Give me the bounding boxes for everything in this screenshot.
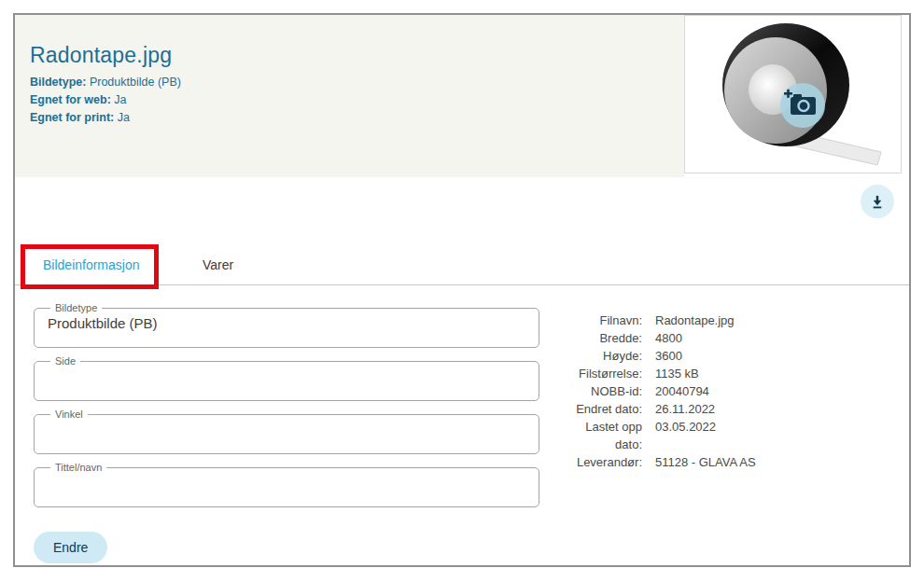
tab-bildeinformasjon[interactable]: Bildeinformasjon [43,257,140,272]
tittel-navn-field[interactable]: Tittel/navn [34,462,539,507]
tittel-navn-field-value [44,473,529,493]
tab-bar: Bildeinformasjon Varer [15,242,909,285]
meta-value: Produktbilde (PB) [90,76,181,89]
meta-label: Egnet for web: [30,93,111,106]
vinkel-field-value [44,420,529,440]
image-info-form: Bildetype Produktbilde (PB) Side Vinkel … [34,302,539,515]
side-field-value [44,367,529,387]
vinkel-field[interactable]: Vinkel [34,409,539,454]
side-field-label: Side [50,355,80,367]
tittel-navn-field-label: Tittel/navn [50,462,106,473]
bildetype-field-label: Bildetype [50,302,102,313]
toolbar-row [15,177,909,218]
detail-label: Endret dato: [560,400,642,418]
detail-label: Bredde: [560,329,642,347]
detail-label: Filnavn: [560,312,642,329]
bildetype-field-value: Produktbilde (PB) [44,313,529,334]
tab-varer[interactable]: Varer [203,257,233,272]
detail-value: 51128 - GLAVA AS [655,453,890,471]
page-frame: Radontape.jpg Bildetype: Produktbilde (P… [13,13,911,567]
bildetype-field[interactable]: Bildetype Produktbilde (PB) [34,302,539,348]
detail-value: 26.11.2022 [655,400,890,418]
detail-label: Lastet opp dato: [560,418,642,453]
detail-value: 4800 [655,329,890,347]
meta-value: Ja [114,93,126,106]
detail-value: 3600 [655,347,890,365]
add-photo-camera-icon [780,83,825,128]
detail-label: Filstørrelse: [560,365,642,382]
vinkel-field-label: Vinkel [50,409,88,420]
meta-label: Bildetype: [30,76,86,89]
tab-content: Bildetype Produktbilde (PB) Side Vinkel … [15,285,909,515]
meta-line-bildetype: Bildetype: Produktbilde (PB) [30,74,684,91]
image-summary-panel: Radontape.jpg Bildetype: Produktbilde (P… [15,15,684,177]
meta-line-print: Egnet for print: Ja [30,109,684,127]
image-details-panel: Filnavn: Radontape.jpg Bredde: 4800 Høyd… [539,302,890,515]
detail-value: Radontape.jpg [655,312,890,329]
detail-value: 20040794 [655,382,890,400]
detail-label: Leverandør: [560,453,642,471]
product-thumbnail [684,15,902,173]
header-banner: Radontape.jpg Bildetype: Produktbilde (P… [15,15,909,177]
meta-label: Egnet for print: [30,111,114,124]
detail-value: 1135 kB [655,365,890,382]
side-field[interactable]: Side [34,355,539,401]
endre-button[interactable]: Endre [34,532,107,563]
meta-line-web: Egnet for web: Ja [30,91,684,109]
meta-value: Ja [118,111,130,124]
action-bar: Endre [34,532,909,563]
download-icon [867,191,888,212]
detail-value: 03.05.2022 [655,418,890,453]
image-details-list: Filnavn: Radontape.jpg Bredde: 4800 Høyd… [560,312,890,471]
detail-label: NOBB-id: [560,382,642,400]
tape-roll-image [685,16,901,173]
detail-label: Høyde: [560,347,642,365]
page-title: Radontape.jpg [30,43,684,68]
download-button[interactable] [861,185,894,218]
